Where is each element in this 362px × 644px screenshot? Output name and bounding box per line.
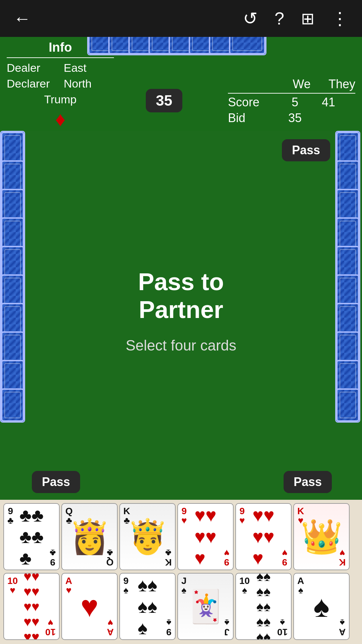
bid-row: Bid 35 (228, 111, 355, 125)
pass-to-partner-title: Pass toPartner (126, 268, 236, 324)
declarer-row: Declarer North (7, 77, 114, 90)
card-9-clubs[interactable]: 9♣ ♣♣♣♣♣ 9♣ (3, 503, 60, 570)
bid-bubble: 35 (146, 89, 182, 112)
menu-icon[interactable]: ⋮ (331, 8, 349, 29)
west-card-10[interactable] (0, 387, 25, 423)
west-cards (0, 131, 27, 500)
pass-button-bottom-right[interactable]: Pass (284, 471, 332, 493)
bid-label: Bid (228, 111, 275, 125)
top-navigation-bar: ← ↺ ? ⊞ ⋮ (0, 0, 362, 37)
score-header: We They (228, 77, 355, 94)
select-cards-subtitle: Select four cards (126, 337, 236, 354)
card-jack-spades[interactable]: J♠ 🃏 J♠ (177, 573, 234, 640)
card-king-hearts[interactable]: K♥ 👑 K♥ (293, 503, 350, 570)
we-score: 5 (282, 95, 308, 109)
pass-button-top-right[interactable]: Pass (282, 139, 330, 161)
trump-section: Trump ♦ (7, 93, 114, 131)
card-queen-clubs[interactable]: Q♣ 👸 Q♣ (61, 503, 118, 570)
we-header: We (288, 77, 315, 91)
card-king-clubs[interactable]: K♣ 🤴 K♣ (119, 503, 176, 570)
card-9-hearts-1[interactable]: 9♥ ♥♥♥♥♥ 9♥ (177, 503, 234, 570)
help-icon[interactable]: ? (275, 8, 284, 29)
dealer-row: Dealer East (7, 61, 114, 74)
score-panel: We They Score 5 41 Bid 35 (228, 77, 355, 127)
card-10-spades[interactable]: 10♠ ♠♠♠♠♠♠♠♠♠♠ 10♠ (235, 573, 292, 640)
info-panel: Info Dealer East Declarer North Trump ♦ … (0, 37, 362, 131)
card-9-hearts-2[interactable]: 9♥ ♥♥♥♥♥ 9♥ (235, 503, 292, 570)
they-score: 41 (315, 95, 342, 109)
east-cards (335, 131, 362, 500)
pass-button-bottom-left[interactable]: Pass (32, 471, 80, 493)
card-ace-hearts[interactable]: A♥ ♥ A♥ (61, 573, 118, 640)
player-hand: 9♣ ♣♣♣♣♣ 9♣ Q♣ 👸 Q♣ K♣ 🤴 K♣ 9♥ ♥♥♥♥♥ 9♥ … (0, 500, 362, 644)
bid-value: 35 (282, 111, 308, 125)
score-icon[interactable]: ⊞ (301, 9, 314, 28)
game-table: Pass Pass Pass Pass toPartner Select fou… (0, 131, 362, 500)
dealer-label: Dealer (7, 61, 64, 74)
card-ace-spades[interactable]: A♠ ♠ A♠ (293, 573, 350, 640)
trump-label: Trump (44, 93, 77, 106)
declarer-value: North (64, 77, 92, 90)
center-message: Pass toPartner Select four cards (126, 268, 236, 354)
back-icon[interactable]: ← (13, 8, 31, 29)
undo-icon[interactable]: ↺ (243, 8, 258, 29)
score-row: Score 5 41 (228, 95, 355, 109)
score-label: Score (228, 95, 275, 109)
east-card-10[interactable] (335, 387, 360, 423)
dealer-value: East (64, 61, 86, 74)
they-header: They (328, 77, 355, 91)
card-9-spades[interactable]: 9♠ ♠♠♠♠♠ 9♠ (119, 573, 176, 640)
declarer-label: Declarer (7, 77, 64, 90)
they-bid (315, 111, 342, 125)
score-header-spacer (228, 77, 275, 91)
card-10-hearts[interactable]: 10♥ ♥♥♥♥♥♥♥♥♥♥ 10♥ (3, 573, 60, 640)
trump-suit-diamond: ♦ (55, 108, 66, 131)
